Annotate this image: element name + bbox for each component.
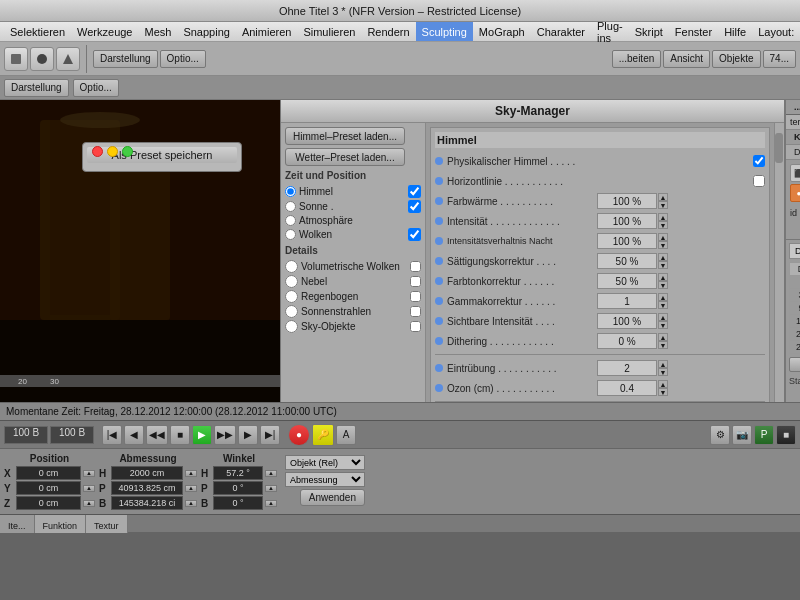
radio-himmel[interactable]: Himmel (285, 185, 421, 198)
extra-btn-1[interactable]: ⚙ (710, 425, 730, 445)
win-b-arrow-up[interactable]: ▲ (265, 500, 277, 507)
menu-plugins[interactable]: Plug-ins (591, 22, 629, 41)
val-intensitat-nacht[interactable]: 100 % (597, 233, 657, 249)
play-btn[interactable]: ▶ (192, 425, 212, 445)
menu-werkzeuge[interactable]: Werkzeuge (71, 22, 138, 41)
val-eintrubung[interactable]: 2 (597, 360, 657, 376)
cal-day[interactable] (789, 276, 800, 289)
bottom-tab-textur[interactable]: Textur (86, 515, 128, 533)
coord-z-arrow-up[interactable]: ▲ (83, 500, 95, 507)
coord-z-input[interactable] (16, 496, 81, 510)
right-tab-objekte[interactable]: Objekte (712, 50, 760, 68)
coord-y-arrow-up[interactable]: ▲ (83, 485, 95, 492)
up-farbton[interactable]: ▲ (658, 273, 668, 281)
sub-tab-optio[interactable]: Optio... (160, 50, 206, 68)
val-sattigung[interactable]: 50 % (597, 253, 657, 269)
rec-btn[interactable]: ● (288, 424, 310, 446)
up-eintrubung[interactable]: ▲ (658, 360, 668, 368)
abm-h-input[interactable] (111, 466, 183, 480)
val-farbwarme[interactable]: 100 % (597, 193, 657, 209)
radio-sonne[interactable]: Sonne . (285, 200, 421, 213)
time-input-1[interactable]: 100 B (4, 426, 48, 444)
prev-frame-btn[interactable]: ◀ (124, 425, 144, 445)
extra-btn-3[interactable]: P (754, 425, 774, 445)
val-farbton[interactable]: 50 % (597, 273, 657, 289)
sub-tab-beiten[interactable]: Darstellung (93, 50, 158, 68)
check-sky-objekte[interactable]: Sky-Objekte (285, 320, 421, 333)
dn-farbton[interactable]: ▼ (658, 281, 668, 289)
menu-layout[interactable]: Layout: (752, 22, 800, 41)
menu-skript[interactable]: Skript (629, 22, 669, 41)
right-tab-74[interactable]: 74... (763, 50, 796, 68)
win-h-arrow-up[interactable]: ▲ (265, 470, 277, 477)
coord-x-input[interactable] (16, 466, 81, 480)
menu-mesh[interactable]: Mesh (138, 22, 177, 41)
cal-day[interactable]: 27 (789, 341, 800, 354)
menu-charakter[interactable]: Charakter (531, 22, 591, 41)
maximize-btn[interactable] (122, 146, 133, 157)
win-p-arrow-up[interactable]: ▲ (265, 485, 277, 492)
val-dithering[interactable]: 0 % (597, 333, 657, 349)
check-horizontlinie[interactable] (753, 175, 765, 187)
next-btn[interactable]: ▶▶ (214, 425, 236, 445)
check-nebel[interactable]: Nebel (285, 275, 421, 288)
abm-p-input[interactable] (111, 481, 183, 495)
check-physikalischer[interactable] (753, 155, 765, 167)
obj-icon-6[interactable]: ● (790, 184, 800, 202)
minimize-btn[interactable] (107, 146, 118, 157)
key-btn[interactable]: 🔑 (312, 424, 334, 446)
menu-mograph[interactable]: MoGraph (473, 22, 531, 41)
dn-farbwarme[interactable]: ▼ (658, 201, 668, 209)
dn-nacht[interactable]: ▼ (658, 241, 668, 249)
coord-x-arrow-up[interactable]: ▲ (83, 470, 95, 477)
apply-btn[interactable]: Anwenden (300, 489, 365, 506)
close-btn[interactable] (92, 146, 103, 157)
dn-intensitat[interactable]: ▼ (658, 221, 668, 229)
abm-b-input[interactable] (111, 496, 183, 510)
dn-ozon[interactable]: ▼ (658, 388, 668, 396)
check-regenbogen[interactable]: Regenbogen (285, 290, 421, 303)
menu-animieren[interactable]: Animieren (236, 22, 298, 41)
cal-day[interactable]: 21 (789, 328, 800, 341)
menu-selektieren[interactable]: Selektieren (4, 22, 71, 41)
menu-hilfe[interactable]: Hilfe (718, 22, 752, 41)
sky-scrollbar[interactable] (774, 123, 784, 402)
tab-koord[interactable]: Koord. (786, 130, 800, 144)
menu-simulieren[interactable]: Simulieren (297, 22, 361, 41)
win-b-input[interactable] (213, 496, 263, 510)
next-frame-btn[interactable]: ▶ (238, 425, 258, 445)
check-sonnenstrahlen[interactable]: Sonnenstrahlen (285, 305, 421, 318)
goto-start-btn[interactable]: |◀ (102, 425, 122, 445)
dn-dithering[interactable]: ▼ (658, 341, 668, 349)
right-tab-ansicht[interactable]: Ansicht (663, 50, 710, 68)
cal-day[interactable]: 15 (789, 315, 800, 328)
tab-details[interactable]: Details (786, 145, 800, 159)
dn-eintrubung[interactable]: ▼ (658, 368, 668, 376)
radio-wolken[interactable]: Wolken (285, 228, 421, 241)
coord-y-input[interactable] (16, 481, 81, 495)
check-vol-wolken[interactable]: Volumetrische Wolken (285, 260, 421, 273)
up-dithering[interactable]: ▲ (658, 333, 668, 341)
extra-btn-4[interactable]: ■ (776, 425, 796, 445)
dn-gamma[interactable]: ▼ (658, 301, 668, 309)
abm-p-arrow-up[interactable]: ▲ (185, 485, 197, 492)
coord-mode-select[interactable]: Objekt (Rel) (285, 455, 365, 470)
wetter-preset-btn[interactable]: Wetter–Preset laden... (285, 148, 405, 166)
toolbar-btn-3[interactable] (56, 47, 80, 71)
heute-btn[interactable]: Heute (789, 357, 800, 372)
himmel-preset-btn[interactable]: Himmel–Preset laden... (285, 127, 405, 145)
up-sichtbare[interactable]: ▲ (658, 313, 668, 321)
up-farbwarme[interactable]: ▲ (658, 193, 668, 201)
time-input-2[interactable]: 100 B (50, 426, 94, 444)
menu-snapping[interactable]: Snapping (177, 22, 236, 41)
prev-btn[interactable]: ◀◀ (146, 425, 168, 445)
val-intensitat[interactable]: 100 % (597, 213, 657, 229)
toolbar-btn-1[interactable] (4, 47, 28, 71)
right-tab-beiten[interactable]: ...beiten (612, 50, 662, 68)
obj-icon-1[interactable]: ⬛ (790, 164, 800, 182)
menu-fenster[interactable]: Fenster (669, 22, 718, 41)
goto-end-btn[interactable]: ▶| (260, 425, 280, 445)
radio-atmosphare[interactable]: Atmosphäre (285, 215, 421, 226)
abm-mode-select[interactable]: Abmessung (285, 472, 365, 487)
menu-rendern[interactable]: Rendern (361, 22, 415, 41)
